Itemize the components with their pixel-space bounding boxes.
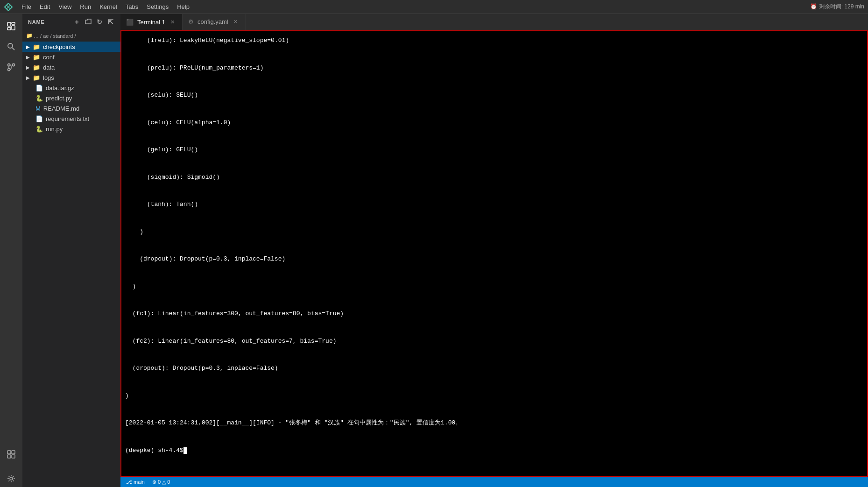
file-data-tar[interactable]: 📄 data.tar.gz — [22, 83, 120, 93]
folder-checkpoints-label: checkpoints — [43, 43, 75, 50]
menu-tabs[interactable]: Tabs — [122, 2, 142, 11]
left-sidebar: Name + ↻ ⇱ 📁 … / ae / standard / — [0, 14, 120, 487]
file-requirements[interactable]: 📄 requirements.txt — [22, 113, 120, 124]
file-icon-runpy: 🐍 — [35, 126, 43, 133]
svg-point-13 — [10, 477, 13, 480]
menubar: File Edit View Run Kernel Tabs Settings … — [0, 0, 868, 14]
file-icon: 📄 — [35, 85, 43, 92]
terminal-line-act-close: ) — [125, 227, 863, 237]
folder-arrow-icon: ▶ — [26, 44, 30, 49]
menu-kernel[interactable]: Kernel — [96, 2, 121, 11]
svg-rect-3 — [7, 28, 11, 30]
breadcrumb: … / ae / standard / — [34, 33, 76, 39]
terminal-container[interactable]: dropout: 0.3 use_pcnn: false intermediat… — [120, 30, 868, 477]
svg-rect-1 — [12, 22, 15, 24]
file-tree: 📁 … / ae / standard / ▶ 📁 checkpoints ▶ … — [22, 30, 120, 487]
new-file-btn[interactable]: + — [73, 18, 81, 26]
terminal-cursor — [183, 447, 187, 454]
folder-checkpoints[interactable]: ▶ 📁 checkpoints — [22, 42, 120, 52]
svg-line-5 — [12, 48, 14, 50]
folder-data-label: data — [43, 64, 55, 71]
file-predict[interactable]: 🐍 predict.py — [22, 93, 120, 103]
menu-settings[interactable]: Settings — [143, 2, 172, 11]
svg-rect-0 — [7, 22, 11, 26]
folder-arrow-icon: ▶ — [26, 75, 30, 80]
file-icon-py: 🐍 — [35, 95, 43, 102]
folder-logs[interactable]: ▶ 📁 logs — [22, 72, 120, 83]
svg-point-7 — [13, 64, 15, 66]
tab-terminal1-close[interactable]: ✕ — [169, 18, 176, 26]
terminal-output: dropout: 0.3 use_pcnn: false intermediat… — [125, 30, 863, 473]
extensions-icon-btn[interactable] — [3, 446, 20, 463]
content-area: ⬛ Terminal 1 ✕ ⚙ config.yaml ✕ dropout: … — [120, 14, 868, 487]
svg-rect-12 — [12, 455, 15, 458]
refresh-btn[interactable]: ↻ — [95, 18, 104, 26]
explorer-icon[interactable] — [3, 18, 20, 35]
status-errors: ⊗ 0 △ 0 — [152, 479, 170, 485]
folder-icon: 📁 — [33, 54, 40, 61]
timer-display: ⏰ 剩余时间: 129 min — [810, 3, 864, 11]
menu-help[interactable]: Help — [173, 2, 193, 11]
yaml-icon: ⚙ — [188, 18, 194, 25]
terminal-line-dropout-layer: (dropout): Dropout(p=0.3, inplace=False) — [125, 254, 863, 264]
folder-logs-label: logs — [43, 74, 54, 81]
folder-arrow-icon: ▶ — [26, 55, 30, 60]
tab-config[interactable]: ⚙ config.yaml ✕ — [183, 14, 246, 30]
collapse-btn[interactable]: ⇱ — [106, 18, 115, 26]
terminal-line-gelu: (gelu): GELU() — [125, 145, 863, 155]
explorer-header: Name + ↻ ⇱ — [22, 14, 120, 30]
tab-bar: ⬛ Terminal 1 ✕ ⚙ config.yaml ✕ — [120, 14, 868, 30]
terminal-line-result: [2022-01-05 13:24:31,002][__main__][INFO… — [125, 418, 863, 428]
breadcrumb-folder-icon: 📁 — [26, 33, 33, 39]
new-folder-btn[interactable] — [84, 18, 92, 26]
file-readme[interactable]: M README.md — [22, 103, 120, 113]
menu-run[interactable]: Run — [76, 2, 95, 11]
file-icon-md: M — [35, 105, 41, 112]
terminal-line-sigmoid: (sigmoid): Sigmoid() — [125, 173, 863, 182]
svg-point-6 — [8, 64, 10, 66]
git-icon-btn[interactable] — [3, 59, 20, 76]
folder-conf[interactable]: ▶ 📁 conf — [22, 52, 120, 62]
svg-rect-9 — [7, 451, 11, 454]
file-explorer-panel: Name + ↻ ⇱ 📁 … / ae / standard / — [22, 14, 120, 487]
status-bar: ⎇ main ⊗ 0 △ 0 — [120, 477, 868, 487]
activity-bar — [0, 14, 22, 487]
svg-rect-10 — [12, 451, 15, 454]
tab-terminal1[interactable]: ⬛ Terminal 1 ✕ — [120, 14, 183, 30]
tab-config-close[interactable]: ✕ — [232, 18, 240, 26]
terminal-prompt-line: (deepke) sh-4.4$ — [125, 446, 863, 455]
menu-edit[interactable]: Edit — [36, 2, 54, 11]
folder-icon: 📁 — [33, 64, 40, 71]
svg-rect-2 — [12, 26, 15, 30]
terminal-line-tanh: (tanh): Tanh() — [125, 200, 863, 209]
svg-point-4 — [8, 43, 13, 48]
folder-conf-label: conf — [43, 54, 55, 61]
terminal-line-fc2: (fc2): Linear(in_features=80, out_featur… — [125, 337, 863, 346]
status-git: ⎇ main — [126, 479, 145, 485]
editor-area: dropout: 0.3 use_pcnn: false intermediat… — [120, 30, 868, 477]
file-icon-txt: 📄 — [35, 115, 43, 122]
terminal-line-selu: (selu): SELU() — [125, 91, 863, 100]
svg-point-8 — [8, 69, 10, 71]
terminal-line-prelu: (prelu): PReLU(num_parameters=1) — [125, 64, 863, 73]
terminal-line-cnn-close: ) — [125, 282, 863, 291]
file-run[interactable]: 🐍 run.py — [22, 124, 120, 134]
terminal-line-dropout2: (dropout): Dropout(p=0.3, inplace=False) — [125, 364, 863, 373]
menu-file[interactable]: File — [18, 2, 35, 11]
terminal-line-lrelu: (lrelu): LeakyReLU(negative_slope=0.01) — [125, 36, 863, 45]
svg-rect-11 — [7, 455, 11, 458]
settings-icon-btn[interactable] — [3, 470, 20, 487]
search-icon-btn[interactable] — [3, 38, 20, 55]
terminal-line-pcnn-close: ) — [125, 391, 863, 401]
folder-icon: 📁 — [33, 43, 40, 50]
folder-data[interactable]: ▶ 📁 data — [22, 62, 120, 72]
terminal-icon: ⬛ — [126, 19, 134, 26]
app-logo — [4, 2, 13, 12]
menu-view[interactable]: View — [55, 2, 75, 11]
folder-arrow-icon: ▶ — [26, 65, 30, 70]
terminal-line-fc1: (fc1): Linear(in_features=300, out_featu… — [125, 309, 863, 318]
folder-icon: 📁 — [33, 74, 40, 81]
terminal-line-celu: (celu): CELU(alpha=1.0) — [125, 118, 863, 127]
